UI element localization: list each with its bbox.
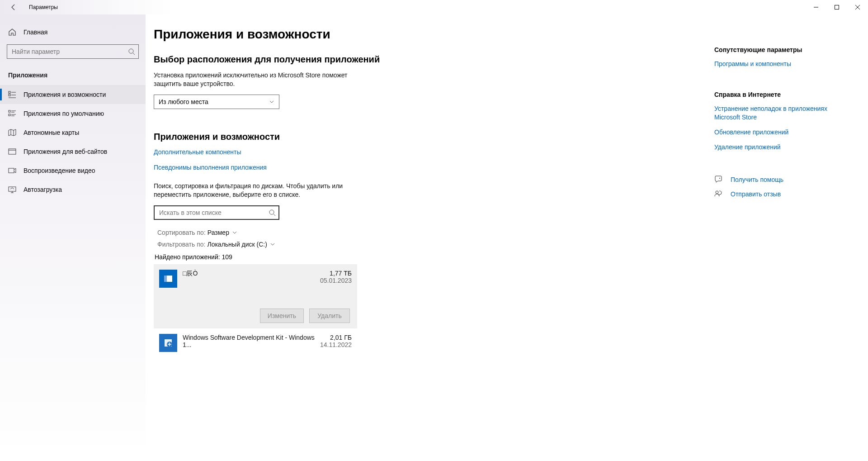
app-item[interactable]: □辰Ò 1,77 ТБ 05.01.2023 Изменить Удалить: [154, 264, 357, 328]
app-list-search-input[interactable]: [154, 205, 279, 220]
nav-label: Приложения и возможности: [24, 91, 106, 98]
map-icon: [8, 128, 17, 137]
optional-features-link[interactable]: Дополнительные компоненты: [154, 148, 241, 156]
apps-list-icon: [8, 90, 17, 99]
svg-point-34: [716, 191, 718, 194]
help-icon: [714, 176, 724, 184]
programs-features-link[interactable]: Программы и компоненты: [714, 60, 832, 68]
nav-label: Воспроизведение видео: [24, 167, 95, 174]
svg-rect-30: [164, 276, 167, 282]
maximize-button[interactable]: [826, 0, 847, 14]
titlebar: Параметры: [0, 0, 868, 14]
filter-label: Фильтровать по:: [157, 241, 205, 248]
video-icon: [8, 166, 17, 175]
app-size: 1,77 ТБ: [320, 270, 352, 277]
close-button[interactable]: [847, 0, 868, 14]
svg-point-4: [129, 49, 133, 53]
back-button[interactable]: [8, 2, 19, 13]
exec-aliases-link[interactable]: Псевдонимы выполнения приложения: [154, 164, 267, 171]
sort-value: Размер: [208, 229, 229, 236]
app-icon: [159, 334, 177, 352]
search-icon: [128, 48, 135, 55]
svg-rect-8: [9, 94, 10, 96]
nav-startup[interactable]: Автозагрузка: [0, 180, 146, 199]
app-name: □辰Ò: [183, 270, 320, 278]
filter-value: Локальный диск (C:): [207, 241, 267, 248]
filter-control[interactable]: Фильтровать по: Локальный диск (C:): [154, 241, 552, 248]
nav-apps-features[interactable]: Приложения и возможности: [0, 85, 146, 104]
page-title: Приложения и возможности: [154, 27, 552, 42]
help-link[interactable]: Устранение неполадок в приложениях Micro…: [714, 105, 832, 122]
settings-search-input[interactable]: [7, 44, 139, 59]
uninstall-button[interactable]: Удалить: [309, 309, 350, 323]
app-source-dropdown[interactable]: Из любого места: [154, 95, 279, 109]
get-help-text: Получить помощь: [731, 176, 783, 183]
nav-default-apps[interactable]: Приложения по умолчанию: [0, 104, 146, 123]
svg-rect-22: [9, 187, 16, 191]
nav-video-playback[interactable]: Воспроизведение видео: [0, 161, 146, 180]
app-size: 2,01 ГБ: [320, 334, 352, 341]
app-item[interactable]: Windows Software Development Kit - Windo…: [154, 328, 357, 357]
svg-rect-14: [9, 114, 10, 116]
app-name: Windows Software Development Kit - Windo…: [183, 334, 320, 348]
svg-point-27: [269, 210, 274, 214]
window-title: Параметры: [29, 4, 58, 10]
svg-rect-19: [9, 149, 16, 154]
source-desc: Установка приложений исключительно из Mi…: [154, 71, 353, 88]
nav-label: Автозагрузка: [24, 186, 62, 193]
related-heading: Сопутствующие параметры: [714, 46, 832, 53]
filter-desc: Поиск, сортировка и фильтрация по дискам…: [154, 182, 344, 199]
feedback-link[interactable]: Отправить отзыв: [714, 190, 832, 198]
app-date: 14.11.2022: [320, 341, 352, 348]
svg-line-25: [10, 188, 12, 189]
nav-apps-websites[interactable]: Приложения для веб-сайтов: [0, 142, 146, 161]
help-link[interactable]: Обновление приложений: [714, 128, 832, 137]
home-icon: [8, 28, 17, 36]
help-heading: Справка в Интернете: [714, 91, 832, 98]
svg-line-26: [12, 188, 14, 189]
get-help-link[interactable]: Получить помощь: [714, 176, 832, 184]
chevron-down-icon: [232, 230, 237, 235]
svg-rect-21: [9, 168, 14, 173]
sidebar: Главная Приложения Приложения и возможно…: [0, 14, 146, 461]
minimize-button[interactable]: [806, 0, 826, 14]
dropdown-value: Из любого места: [159, 98, 208, 105]
svg-point-33: [719, 178, 720, 179]
svg-rect-11: [9, 110, 10, 112]
nav-label: Автономные карты: [24, 129, 79, 136]
svg-rect-1: [835, 5, 839, 10]
defaults-icon: [8, 109, 17, 118]
sidebar-section: Приложения: [0, 67, 146, 85]
svg-rect-6: [9, 91, 10, 93]
svg-line-28: [274, 214, 275, 216]
home-label: Главная: [24, 29, 47, 36]
startup-icon: [8, 185, 17, 194]
help-link[interactable]: Удаление приложений: [714, 143, 832, 152]
app-date: 05.01.2023: [320, 277, 352, 284]
app-icon: [159, 270, 177, 288]
nav-label: Приложения по умолчанию: [24, 110, 104, 117]
nav-offline-maps[interactable]: Автономные карты: [0, 123, 146, 142]
sort-label: Сортировать по:: [157, 229, 206, 236]
modify-button[interactable]: Изменить: [260, 309, 304, 323]
source-heading: Выбор расположения для получения приложе…: [154, 54, 552, 65]
feedback-text: Отправить отзыв: [731, 190, 781, 198]
sort-control[interactable]: Сортировать по: Размер: [154, 229, 552, 236]
search-icon: [269, 209, 276, 216]
chevron-down-icon: [269, 99, 274, 105]
svg-line-5: [133, 53, 135, 55]
apps-found-count: Найдено приложений: 109: [155, 253, 552, 261]
website-icon: [8, 147, 17, 156]
nav-label: Приложения для веб-сайтов: [24, 148, 107, 155]
chevron-down-icon: [270, 242, 275, 247]
feedback-icon: [714, 190, 724, 198]
home-nav[interactable]: Главная: [0, 24, 146, 41]
apps-heading: Приложения и возможности: [154, 132, 552, 142]
